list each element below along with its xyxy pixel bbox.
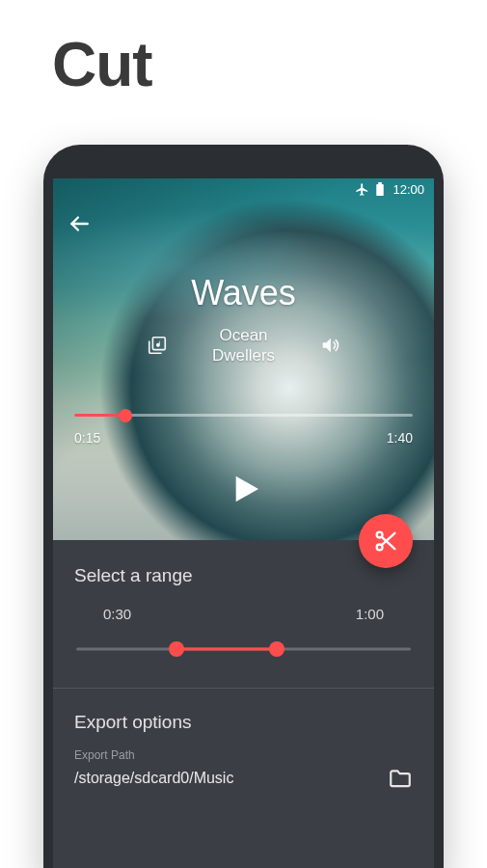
export-path-value: /storage/sdcard0/Music bbox=[74, 770, 233, 787]
folder-icon bbox=[388, 766, 413, 791]
playback-progress[interactable] bbox=[74, 414, 413, 417]
battery-icon bbox=[375, 182, 385, 197]
range-end-time: 1:00 bbox=[356, 606, 384, 622]
range-fill bbox=[176, 648, 277, 651]
status-bar: 12:00 bbox=[53, 178, 434, 200]
volume-icon bbox=[319, 335, 340, 356]
lower-panel: Select a range 0:30 1:00 Export options … bbox=[53, 540, 434, 868]
phone-frame: 12:00 Waves Ocean Dwellers bbox=[43, 145, 444, 868]
play-button[interactable] bbox=[225, 470, 263, 508]
status-time: 12:00 bbox=[392, 182, 424, 197]
total-time: 1:40 bbox=[387, 430, 413, 446]
range-thumb-end[interactable] bbox=[269, 641, 284, 657]
track-title: Waves bbox=[53, 273, 434, 313]
page-title: Cut bbox=[0, 0, 487, 100]
play-icon bbox=[225, 470, 263, 508]
album-art: 12:00 Waves Ocean Dwellers bbox=[53, 178, 434, 540]
export-path-label: Export Path bbox=[74, 748, 413, 762]
range-thumb-start[interactable] bbox=[169, 641, 184, 657]
cut-fab[interactable] bbox=[359, 514, 413, 568]
scissors-icon bbox=[372, 528, 399, 555]
range-heading: Select a range bbox=[74, 565, 413, 586]
airplane-mode-icon bbox=[355, 182, 369, 197]
export-heading: Export options bbox=[74, 712, 413, 733]
library-button[interactable] bbox=[147, 335, 168, 356]
progress-thumb[interactable] bbox=[119, 409, 132, 422]
library-music-icon bbox=[147, 335, 168, 356]
divider bbox=[53, 688, 434, 689]
elapsed-time: 0:15 bbox=[74, 430, 100, 446]
arrow-left-icon bbox=[67, 211, 92, 236]
phone-screen: 12:00 Waves Ocean Dwellers bbox=[53, 178, 434, 868]
range-slider[interactable] bbox=[76, 639, 411, 659]
svg-rect-0 bbox=[377, 183, 385, 195]
artist-name: Ocean Dwellers bbox=[212, 325, 275, 366]
choose-folder-button[interactable] bbox=[388, 766, 413, 791]
range-start-time: 0:30 bbox=[103, 606, 131, 622]
volume-button[interactable] bbox=[319, 335, 340, 356]
svg-rect-1 bbox=[379, 182, 383, 184]
svg-point-3 bbox=[156, 344, 159, 347]
back-button[interactable] bbox=[67, 211, 94, 238]
